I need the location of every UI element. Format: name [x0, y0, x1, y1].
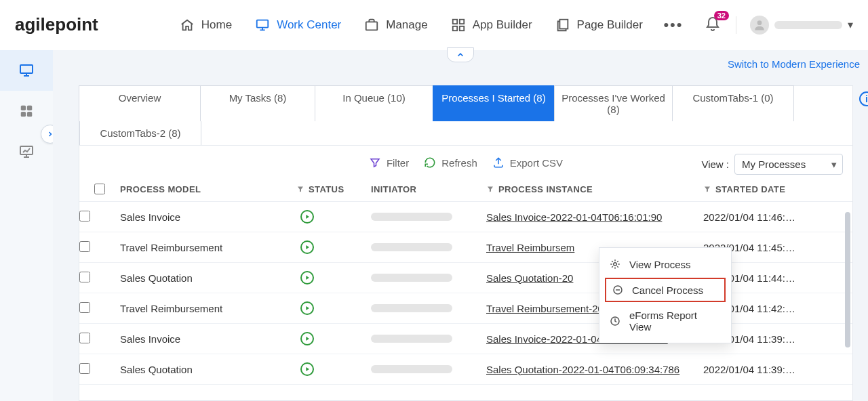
row-checkbox[interactable] — [79, 333, 90, 343]
row-checkbox[interactable] — [79, 302, 90, 313]
cancel-icon — [612, 284, 624, 296]
process-instance-link[interactable]: Travel Reimbursem — [486, 242, 574, 253]
svg-rect-4 — [452, 26, 456, 30]
refresh-label: Refresh — [441, 157, 477, 169]
tab-my-tasks[interactable]: My Tasks (8) — [200, 85, 315, 121]
svg-rect-10 — [27, 106, 32, 110]
cell-process-model: Sales Quotation — [120, 364, 296, 375]
svg-point-14 — [614, 263, 617, 266]
initiator-redacted — [371, 243, 452, 251]
filter-button[interactable]: Filter — [369, 156, 409, 169]
context-menu: View Process Cancel Process eForms Repor… — [599, 247, 732, 343]
svg-rect-3 — [460, 19, 464, 23]
col-initiator[interactable]: INITIATOR — [371, 184, 486, 194]
scrollbar-thumb[interactable] — [845, 212, 850, 347]
status-running-icon — [300, 301, 314, 315]
ctx-view-process[interactable]: View Process — [599, 252, 731, 276]
top-nav: agilepoint Home Work Center Manage App B… — [0, 0, 868, 50]
filter-label: Filter — [387, 157, 409, 169]
select-all-checkbox[interactable] — [94, 184, 105, 194]
rail-inbox[interactable] — [0, 50, 53, 91]
cell-started-date: 2022/01/04 11:46:… — [703, 211, 825, 223]
brand-text: agilepoint — [15, 14, 98, 35]
switch-experience-link[interactable]: Switch to Modern Experience — [728, 58, 860, 70]
row-checkbox[interactable] — [79, 211, 90, 221]
table-row[interactable]: Travel ReimbursementTravel Reimbursement… — [79, 293, 852, 324]
col-status[interactable]: STATUS — [296, 184, 371, 194]
table-row[interactable]: Sales InvoiceSales Invoice-2022-01-04T06… — [79, 324, 852, 354]
status-running-icon — [300, 271, 314, 284]
status-running-icon — [300, 362, 314, 376]
table-row[interactable]: Sales QuotationSales Quotation-202022/01… — [79, 263, 852, 293]
process-instance-link[interactable]: Sales Invoice-2022-01-04T06:16:01:90 — [486, 211, 662, 223]
process-grid: PROCESS MODEL STATUS INITIATOR PROCESS I… — [79, 177, 852, 385]
cell-process-model: Sales Invoice — [120, 211, 296, 223]
funnel-icon — [703, 185, 711, 193]
export-label: Export CSV — [510, 157, 563, 169]
nav-home[interactable]: Home — [180, 18, 232, 33]
nav-manage-label: Manage — [386, 18, 427, 32]
collapse-header-button[interactable] — [447, 47, 474, 62]
process-instance-link[interactable]: Sales Quotation-20 — [486, 272, 573, 284]
tab-overview[interactable]: Overview — [79, 85, 201, 121]
nav-page-builder[interactable]: Page Builder — [555, 18, 643, 33]
status-running-icon — [300, 210, 314, 224]
refresh-icon — [424, 156, 436, 169]
notifications-button[interactable]: 32 — [705, 16, 722, 34]
nav-more[interactable]: ••• — [666, 18, 681, 33]
user-name-redacted — [774, 21, 842, 29]
ctx-eforms-label: eForms Report View — [629, 310, 722, 333]
nav-app-builder[interactable]: App Builder — [451, 18, 532, 33]
table-row[interactable]: Sales InvoiceSales Invoice-2022-01-04T06… — [79, 202, 852, 232]
row-checkbox[interactable] — [79, 272, 90, 282]
col-process-model[interactable]: PROCESS MODEL — [120, 184, 296, 194]
tab-processes-started[interactable]: Processes I Started (8) — [433, 85, 555, 121]
cell-started-date: 2022/01/04 11:39:… — [703, 364, 825, 375]
row-checkbox[interactable] — [79, 363, 90, 374]
info-icon[interactable]: i — [859, 91, 868, 106]
svg-rect-2 — [452, 19, 456, 23]
process-instance-link[interactable]: Sales Quotation-2022-01-04T06:09:34:786 — [486, 364, 679, 375]
tab-in-queue[interactable]: In Queue (10) — [315, 85, 433, 121]
cell-process-model: Sales Invoice — [120, 333, 296, 345]
ctx-eforms-report[interactable]: eForms Report View — [599, 303, 731, 339]
col-process-instance[interactable]: PROCESS INSTANCE — [486, 184, 703, 194]
nav-manage[interactable]: Manage — [364, 18, 427, 33]
initiator-redacted — [371, 213, 452, 221]
tab-custom2[interactable]: CustomTabs-2 (8) — [79, 121, 201, 145]
table-row[interactable]: Sales QuotationSales Quotation-2022-01-0… — [79, 354, 852, 385]
svg-rect-9 — [21, 106, 26, 110]
nav-work-center-label: Work Center — [277, 18, 341, 32]
svg-rect-6 — [559, 19, 568, 28]
table-row[interactable]: Travel ReimbursementTravel Reimbursem202… — [79, 232, 852, 263]
briefcase-icon — [364, 18, 379, 33]
refresh-button[interactable]: Refresh — [424, 156, 477, 169]
view-select[interactable]: My Processes ▾ — [734, 154, 843, 175]
nav-work-center[interactable]: Work Center — [255, 18, 341, 33]
panel: Overview My Tasks (8) In Queue (10) Proc… — [79, 85, 853, 401]
initiator-redacted — [371, 335, 452, 343]
ellipsis-icon: ••• — [666, 18, 681, 33]
avatar-icon — [750, 16, 769, 35]
view-selected-value: My Processes — [742, 159, 806, 170]
user-menu[interactable]: ▾ — [750, 16, 853, 35]
view-label: View : — [701, 159, 729, 170]
svg-rect-0 — [257, 20, 269, 27]
tab-custom1[interactable]: CustomTabs-1 (0) — [672, 85, 794, 121]
filter-icon — [369, 156, 381, 169]
tab-processes-worked[interactable]: Processes I've Worked (8) — [554, 85, 673, 121]
nav-home-label: Home — [201, 18, 232, 32]
content-area: Switch to Modern Experience Overview My … — [53, 50, 868, 401]
row-checkbox[interactable] — [79, 241, 90, 252]
cell-process-model: Travel Reimbursement — [120, 303, 296, 314]
svg-rect-13 — [20, 146, 33, 154]
notifications-badge: 32 — [714, 11, 729, 20]
chevron-up-icon — [456, 50, 465, 60]
ctx-cancel-process[interactable]: Cancel Process — [605, 278, 726, 302]
funnel-icon — [486, 185, 494, 193]
export-csv-button[interactable]: Export CSV — [492, 156, 563, 169]
ctx-view-label: View Process — [629, 259, 691, 270]
funnel-icon — [296, 185, 304, 193]
report-icon — [609, 315, 621, 327]
col-started-date[interactable]: STARTED DATE — [703, 184, 825, 194]
